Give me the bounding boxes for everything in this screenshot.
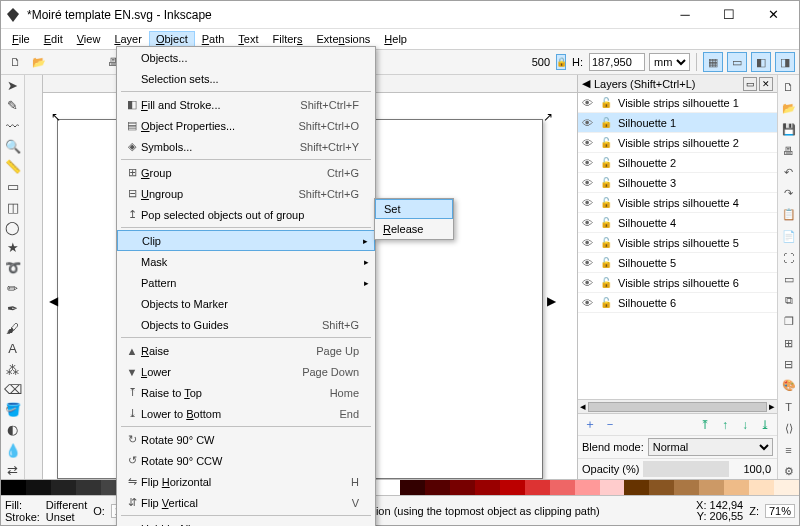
sel-handle-nw[interactable]: ↖ [51, 113, 59, 121]
scroll-right-icon[interactable]: ▸ [769, 400, 775, 413]
ellipse-tool-icon[interactable]: ◯ [3, 219, 23, 236]
cmd-save-icon[interactable]: 💾 [779, 122, 799, 137]
cmd-xml-icon[interactable]: ⟨⟩ [779, 421, 799, 436]
maximize-button[interactable]: ☐ [707, 2, 751, 28]
clip-release[interactable]: Release [375, 219, 453, 239]
eye-icon[interactable]: 👁 [582, 197, 594, 209]
menu-objects[interactable]: Objects... [117, 47, 375, 68]
menu-clip[interactable]: Clip▸ [117, 230, 375, 251]
layer-row[interactable]: 👁🔓Visible strips silhouette 1 [578, 93, 777, 113]
3dbox-tool-icon[interactable]: ◫ [3, 199, 23, 216]
layer-row[interactable]: 👁🔓Silhouette 5 [578, 253, 777, 273]
spray-tool-icon[interactable]: ⁂ [3, 361, 23, 378]
clip-set[interactable]: Set [375, 199, 453, 219]
palette-swatch[interactable] [51, 480, 76, 495]
cmd-fill-icon[interactable]: 🎨 [779, 378, 799, 393]
eye-icon[interactable]: 👁 [582, 217, 594, 229]
menu-extensions[interactable]: Extensions [310, 31, 378, 47]
cmd-zoom-fit-icon[interactable]: ⛶ [779, 250, 799, 265]
sel-handle-ne[interactable]: ↗ [543, 113, 551, 121]
palette-swatch[interactable] [26, 480, 51, 495]
palette-swatch[interactable] [749, 480, 774, 495]
menu-unhide-all[interactable]: Unhide All [117, 518, 375, 526]
ruler-vertical[interactable] [25, 75, 43, 479]
minimize-button[interactable]: ─ [663, 2, 707, 28]
layer-row[interactable]: 👁🔓Silhouette 2 [578, 153, 777, 173]
lock-icon[interactable]: 🔓 [600, 97, 612, 108]
menu-group[interactable]: ⊞GroupCtrl+G [117, 162, 375, 183]
layer-hscroll[interactable]: ◂ ▸ [578, 399, 777, 413]
menu-raise-top[interactable]: ⤒Raise to TopHome [117, 382, 375, 403]
eye-icon[interactable]: 👁 [582, 137, 594, 149]
layer-row[interactable]: 👁🔓Silhouette 4 [578, 213, 777, 233]
menu-filters[interactable]: Filters [266, 31, 310, 47]
menu-layer[interactable]: Layer [107, 31, 149, 47]
menu-pattern[interactable]: Pattern▸ [117, 272, 375, 293]
layer-row[interactable]: 👁🔓Visible strips silhouette 4 [578, 193, 777, 213]
menu-flip-v[interactable]: ⇵Flip VerticalV [117, 492, 375, 513]
panel-close-icon[interactable]: ✕ [759, 77, 773, 91]
unit-select[interactable]: mm [649, 53, 690, 71]
palette-swatch[interactable] [774, 480, 799, 495]
lock-icon[interactable]: 🔓 [600, 237, 612, 248]
lock-aspect-icon[interactable]: 🔒 [556, 54, 566, 70]
menu-object[interactable]: Object [149, 31, 195, 47]
eye-icon[interactable]: 👁 [582, 237, 594, 249]
palette-swatch[interactable] [475, 480, 500, 495]
palette-swatch[interactable] [375, 480, 400, 495]
menu-ungroup[interactable]: ⊟UngroupShift+Ctrl+G [117, 183, 375, 204]
lock-icon[interactable]: 🔓 [600, 117, 612, 128]
lock-icon[interactable]: 🔓 [600, 277, 612, 288]
remove-layer-icon[interactable]: － [602, 417, 618, 433]
layer-row[interactable]: 👁🔓Silhouette 3 [578, 173, 777, 193]
menu-lower[interactable]: ▼LowerPage Down [117, 361, 375, 382]
menu-raise[interactable]: ▲RaisePage Up [117, 340, 375, 361]
zoom-tool-icon[interactable]: 🔍 [3, 138, 23, 155]
cmd-zoom-page-icon[interactable]: ▭ [779, 271, 799, 286]
bucket-tool-icon[interactable]: 🪣 [3, 401, 23, 418]
menu-rotate-cw[interactable]: ↻Rotate 90° CW [117, 429, 375, 450]
new-icon[interactable]: 🗋 [5, 52, 25, 72]
palette-swatch[interactable] [550, 480, 575, 495]
menu-pop-group[interactable]: ↥Pop selected objects out of group [117, 204, 375, 225]
affect-gradient-icon[interactable]: ◧ [751, 52, 771, 72]
menu-lower-bottom[interactable]: ⤓Lower to BottomEnd [117, 403, 375, 424]
palette-swatch[interactable] [699, 480, 724, 495]
palette-swatch[interactable] [674, 480, 699, 495]
measure-tool-icon[interactable]: 📏 [3, 158, 23, 175]
fill-indicator[interactable]: Fill: Stroke: [5, 499, 40, 523]
layer-row[interactable]: 👁🔓Silhouette 1 [578, 113, 777, 133]
menu-mask[interactable]: Mask▸ [117, 251, 375, 272]
star-tool-icon[interactable]: ★ [3, 239, 23, 256]
menu-edit[interactable]: Edit [37, 31, 70, 47]
node-tool-icon[interactable]: ✎ [3, 97, 23, 114]
calligraphy-tool-icon[interactable]: 🖌 [3, 320, 23, 337]
eye-icon[interactable]: 👁 [582, 257, 594, 269]
palette-swatch[interactable] [500, 480, 525, 495]
lock-icon[interactable]: 🔓 [600, 157, 612, 168]
eye-icon[interactable]: 👁 [582, 97, 594, 109]
lock-icon[interactable]: 🔓 [600, 257, 612, 268]
affect-corners-icon[interactable]: ▭ [727, 52, 747, 72]
cmd-print-icon[interactable]: 🖶 [779, 143, 799, 158]
layer-top-icon[interactable]: ⤒ [697, 417, 713, 433]
lock-icon[interactable]: 🔓 [600, 137, 612, 148]
layer-row[interactable]: 👁🔓Silhouette 6 [578, 293, 777, 313]
eye-icon[interactable]: 👁 [582, 157, 594, 169]
menu-rotate-ccw[interactable]: ↺Rotate 90° CCW [117, 450, 375, 471]
dropper-tool-icon[interactable]: 💧 [3, 442, 23, 459]
add-layer-icon[interactable]: ＋ [582, 417, 598, 433]
pencil-tool-icon[interactable]: ✏ [3, 280, 23, 297]
cmd-group-icon[interactable]: ⊞ [779, 336, 799, 351]
cmd-open-icon[interactable]: 📂 [779, 100, 799, 115]
dock-icon[interactable]: ◀ [582, 77, 590, 90]
spiral-tool-icon[interactable]: ➰ [3, 259, 23, 276]
layer-up-icon[interactable]: ↑ [717, 417, 733, 433]
sel-handle-e[interactable]: ▶ [547, 297, 555, 305]
lock-icon[interactable]: 🔓 [600, 197, 612, 208]
tweak-tool-icon[interactable]: 〰 [3, 118, 23, 135]
cmd-text-icon[interactable]: T [779, 400, 799, 415]
cmd-prefs-icon[interactable]: ⚙ [779, 464, 799, 479]
lock-icon[interactable]: 🔓 [600, 217, 612, 228]
menu-text[interactable]: Text [231, 31, 265, 47]
